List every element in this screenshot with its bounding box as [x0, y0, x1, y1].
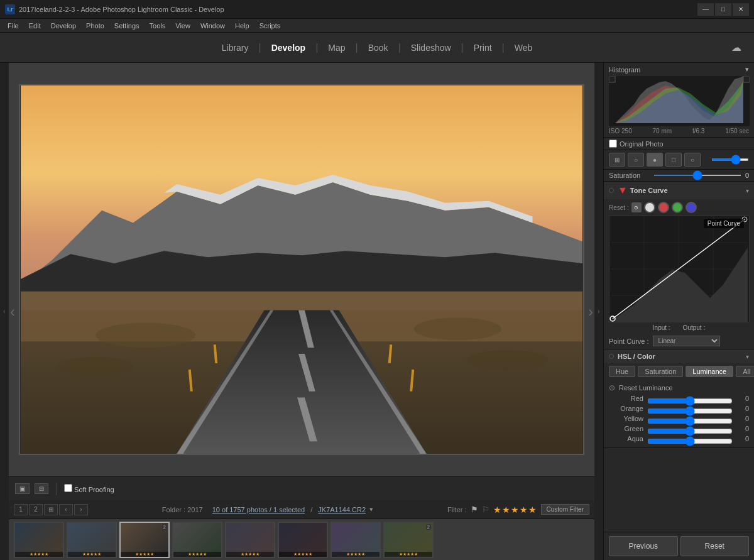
view-mode-btn[interactable]: ▣ — [15, 483, 30, 494]
original-photo-label[interactable]: Original Photo — [620, 140, 664, 148]
view-circle-btn[interactable]: ○ — [628, 153, 644, 167]
tone-curve-canvas[interactable]: Point Curve — [609, 216, 750, 322]
minimize-button[interactable]: — — [697, 3, 714, 16]
shutter-display: 1/50 sec — [725, 128, 749, 135]
menu-window[interactable]: Window — [195, 19, 230, 33]
curve-target-btn[interactable]: ⊙ — [631, 202, 642, 212]
left-panel-toggle[interactable]: ‹ — [0, 63, 9, 560]
hsl-tab-hue[interactable]: Hue — [609, 366, 635, 377]
hsl-content: ⊙ Reset Luminance Red 0 Orange — [604, 380, 754, 447]
point-curve-select[interactable]: Linear Medium Contrast Strong Contrast C… — [653, 336, 720, 346]
thumb-3-stars: ★★★★★ — [121, 552, 168, 557]
cloud-icon[interactable]: ☁ — [731, 41, 741, 53]
tone-curve-header[interactable]: ▼ Tone Curve ▾ — [604, 182, 754, 199]
view-slider[interactable] — [711, 158, 749, 161]
hsl-orange-slider[interactable] — [647, 406, 733, 416]
menu-help[interactable]: Help — [230, 19, 254, 33]
filename-link[interactable]: JK7A1144.CR2 — [318, 506, 366, 513]
soft-proofing-checkbox[interactable] — [64, 484, 72, 492]
prev-photo-arrow[interactable]: ‹ — [10, 303, 15, 321]
view-dot-btn[interactable]: ● — [647, 153, 663, 167]
tone-curve-title: Tone Curve — [630, 187, 746, 194]
nav-map[interactable]: Map — [318, 33, 355, 63]
menu-settings[interactable]: Settings — [109, 19, 145, 33]
hsl-collapse-icon[interactable]: ▾ — [746, 353, 749, 360]
view-controls: ⊞ ○ ● □ ○ — [604, 150, 754, 170]
nav-links: Library | Develop | Map | Book | Slidesh… — [212, 33, 543, 63]
nav-library[interactable]: Library — [212, 33, 259, 63]
view-square-btn[interactable]: □ — [665, 153, 682, 167]
reset-label: Reset : — [609, 204, 629, 211]
tone-curve-dot[interactable] — [609, 188, 614, 193]
view-ring-btn[interactable]: ○ — [684, 153, 701, 167]
nav-book[interactable]: Book — [358, 33, 398, 63]
custom-filter-button[interactable]: Custom Filter — [541, 504, 589, 515]
filmstrip-thumb-8[interactable]: 2 ★★★★★ — [383, 522, 434, 558]
nav-web[interactable]: Web — [505, 33, 543, 63]
thumb-6-stars: ★★★★★ — [279, 552, 327, 557]
right-panel-toggle[interactable]: › — [594, 63, 603, 560]
hsl-aqua-slider[interactable] — [647, 436, 733, 446]
page-1-btn[interactable]: 1 — [14, 504, 28, 515]
filmstrip-thumb-2[interactable]: ★★★★★ — [67, 522, 117, 558]
menu-scripts[interactable]: Scripts — [254, 19, 286, 33]
curve-white-btn[interactable] — [644, 202, 655, 213]
filmstrip-thumb-3[interactable]: 2 ★★★★★ — [119, 522, 170, 558]
page-2-btn[interactable]: 2 — [29, 504, 43, 515]
next-photo-arrow[interactable]: › — [588, 303, 593, 321]
hsl-green-row: Green 0 — [609, 425, 749, 432]
nav-slideshow[interactable]: Slideshow — [401, 33, 461, 63]
hsl-green-slider[interactable] — [647, 426, 733, 436]
menu-edit[interactable]: Edit — [24, 19, 46, 33]
flag-outline-icon[interactable]: ⚐ — [482, 505, 489, 514]
curve-green-btn[interactable] — [672, 202, 683, 213]
svg-point-17 — [96, 322, 195, 348]
grid-btn[interactable]: ⊞ — [44, 504, 58, 515]
curve-red-btn[interactable] — [658, 202, 669, 213]
menu-photo[interactable]: Photo — [81, 19, 109, 33]
nav-develop[interactable]: Develop — [261, 33, 315, 63]
menu-file[interactable]: File — [3, 19, 24, 33]
dropdown-icon[interactable]: ▾ — [369, 505, 373, 513]
next-nav-btn[interactable]: › — [74, 504, 88, 515]
previous-button[interactable]: Previous — [609, 536, 678, 556]
maximize-button[interactable]: □ — [715, 3, 731, 16]
menu-develop[interactable]: Develop — [46, 19, 81, 33]
hsl-yellow-slider[interactable] — [647, 416, 733, 426]
filmstrip-thumb-7[interactable]: ★★★★★ — [331, 522, 381, 558]
filmstrip-thumb-1[interactable]: ★★★★★ — [14, 522, 64, 558]
hsl-red-row: Red 0 — [609, 395, 749, 402]
tone-curve-collapse-icon[interactable]: ▾ — [746, 187, 749, 194]
flag-icon[interactable]: ⚑ — [471, 505, 478, 514]
curve-blue-btn[interactable] — [686, 202, 697, 213]
hsl-target-icon[interactable]: ⊙ — [609, 383, 615, 392]
histogram-section: Histogram ▾ — [604, 63, 754, 138]
filmstrip-thumb-6[interactable]: ★★★★★ — [278, 522, 328, 558]
photo-toolbar: ▣ ⊟ Soft Proofing — [9, 476, 594, 500]
star-rating-filter[interactable]: ★★★★★ — [493, 505, 537, 515]
histogram-arrow[interactable]: ▾ — [745, 65, 749, 74]
menu-view[interactable]: View — [170, 19, 195, 33]
view-grid-btn[interactable]: ⊞ — [609, 153, 625, 167]
hsl-dot[interactable] — [609, 354, 614, 359]
thumb-1-stars: ★★★★★ — [15, 552, 63, 557]
filmstrip-thumb-4[interactable]: ★★★★★ — [172, 522, 222, 558]
thumb-5-stars: ★★★★★ — [226, 552, 274, 557]
soft-proofing-label[interactable]: Soft Proofing — [64, 484, 114, 493]
view-compare-btn[interactable]: ⊟ — [35, 483, 48, 494]
prev-nav-btn[interactable]: ‹ — [59, 504, 73, 515]
filmstrip-thumb-5[interactable]: ★★★★★ — [225, 522, 275, 558]
reset-button[interactable]: Reset — [680, 536, 750, 556]
hsl-tab-luminance[interactable]: Luminance — [686, 366, 733, 377]
hsl-red-slider[interactable] — [647, 396, 733, 406]
app-icon: Lr — [5, 4, 15, 14]
saturation-slider[interactable] — [653, 175, 741, 176]
menu-tools[interactable]: Tools — [145, 19, 171, 33]
hsl-tab-saturation[interactable]: Saturation — [638, 366, 683, 377]
iso-display: ISO 250 — [609, 128, 632, 135]
hsl-tab-all[interactable]: All — [736, 366, 754, 377]
hsl-header[interactable]: HSL / Color ▾ — [604, 349, 754, 363]
nav-print[interactable]: Print — [464, 33, 502, 63]
close-button[interactable]: ✕ — [733, 3, 749, 16]
original-photo-checkbox[interactable] — [609, 140, 617, 148]
